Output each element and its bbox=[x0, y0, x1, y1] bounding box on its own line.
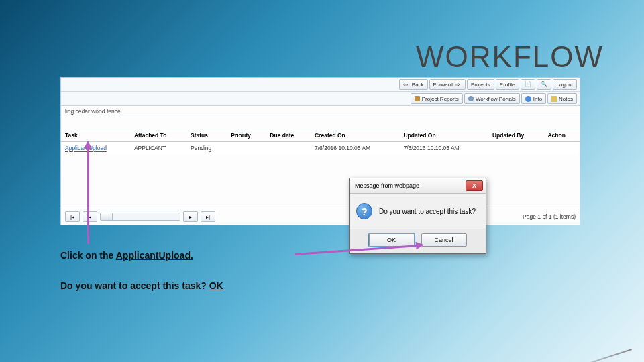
instruction-1: Click on the ApplicantUpload. bbox=[60, 250, 193, 261]
table-header-row: Task Attached To Status Priority Due dat… bbox=[61, 129, 580, 142]
col-attached-to[interactable]: Attached To bbox=[130, 129, 186, 142]
toolbar-row-2: Project Reports Workflow Portals Info No… bbox=[61, 92, 580, 106]
instruction-1a: Click on the bbox=[60, 250, 116, 261]
spacer bbox=[61, 117, 580, 129]
col-due-date[interactable]: Due date bbox=[266, 129, 311, 142]
profile-label: Profile bbox=[500, 82, 515, 88]
task-link-applicant-upload[interactable]: ApplicantUpload bbox=[65, 145, 107, 152]
context-text: ling cedar wood fence bbox=[61, 106, 580, 117]
logout-label: Logout bbox=[557, 82, 573, 88]
forward-button[interactable]: Forward bbox=[429, 79, 466, 90]
back-label: Back bbox=[412, 82, 424, 88]
info-label: Info bbox=[533, 96, 542, 102]
pager-first-button[interactable]: |◂ bbox=[65, 211, 80, 222]
table-row: ApplicantUpload APPLICANT Pending 7/6/20… bbox=[61, 142, 580, 155]
cell-created-on: 7/6/2016 10:10:05 AM bbox=[311, 142, 399, 155]
project-reports-label: Project Reports bbox=[422, 96, 459, 102]
pager: |◂ ◂ ▸ ▸| Page 1 of 1 (1 items) bbox=[61, 208, 580, 225]
pager-info: Page 1 of 1 (1 items) bbox=[523, 213, 576, 220]
workflow-portals-label: Workflow Portals bbox=[476, 96, 516, 102]
dialog-actions: OK Cancel bbox=[350, 229, 486, 253]
cell-action bbox=[543, 142, 580, 155]
col-updated-on[interactable]: Updated On bbox=[399, 129, 488, 142]
report-icon bbox=[415, 96, 420, 101]
info-button[interactable]: Info bbox=[521, 93, 546, 104]
pager-next-button[interactable]: ▸ bbox=[183, 211, 198, 222]
dialog-ok-button[interactable]: OK bbox=[369, 233, 415, 247]
dialog-cancel-button[interactable]: Cancel bbox=[421, 233, 467, 247]
task-table: Task Attached To Status Priority Due dat… bbox=[61, 129, 580, 154]
logout-button[interactable]: Logout bbox=[553, 79, 577, 90]
col-priority[interactable]: Priority bbox=[227, 129, 266, 142]
cell-updated-on: 7/6/2016 10:10:05 AM bbox=[399, 142, 488, 155]
cell-attached-to: APPLICANT bbox=[130, 142, 186, 155]
projects-label: Projects bbox=[471, 82, 490, 88]
col-task[interactable]: Task bbox=[61, 129, 130, 142]
forward-label: Forward bbox=[433, 82, 453, 88]
cell-due-date bbox=[266, 142, 311, 155]
dialog-title-text: Message from webpage bbox=[355, 182, 419, 189]
dialog-message: Do you want to accept this task? bbox=[379, 208, 476, 215]
instruction-1b: ApplicantUpload. bbox=[116, 250, 193, 261]
dialog-body: ? Do you want to accept this task? bbox=[350, 194, 486, 229]
pager-prev-button[interactable]: ◂ bbox=[83, 211, 97, 222]
dialog-titlebar[interactable]: Message from webpage X bbox=[350, 178, 486, 194]
info-icon bbox=[525, 96, 531, 102]
cell-priority bbox=[227, 142, 266, 155]
icon-button-2[interactable]: 🔍 bbox=[537, 79, 551, 90]
document-icon: 📄 bbox=[525, 81, 531, 88]
instruction-2: Do you want to accept this task? OK bbox=[60, 280, 223, 291]
col-status[interactable]: Status bbox=[186, 129, 227, 142]
cell-status: Pending bbox=[186, 142, 227, 155]
pager-last-button[interactable]: ▸| bbox=[201, 211, 215, 222]
project-reports-button[interactable]: Project Reports bbox=[411, 93, 463, 104]
dialog-close-button[interactable]: X bbox=[466, 180, 483, 191]
projects-button[interactable]: Projects bbox=[467, 79, 494, 90]
slide-title: WORKFLOW bbox=[416, 40, 604, 74]
icon-button-1[interactable]: 📄 bbox=[521, 79, 535, 90]
profile-button[interactable]: Profile bbox=[496, 79, 519, 90]
decorative-corner-line bbox=[551, 310, 632, 350]
pager-scrollbar[interactable] bbox=[100, 213, 180, 221]
instruction-2b: OK bbox=[209, 280, 223, 291]
workflow-icon bbox=[468, 96, 474, 101]
col-created-on[interactable]: Created On bbox=[311, 129, 399, 142]
notes-label: Notes bbox=[559, 96, 573, 102]
col-updated-by[interactable]: Updated By bbox=[488, 129, 543, 142]
question-icon: ? bbox=[356, 203, 372, 219]
search-icon: 🔍 bbox=[541, 81, 547, 88]
pager-handle[interactable] bbox=[101, 213, 113, 220]
instruction-2a: Do you want to accept this task? bbox=[60, 280, 209, 291]
app-window: Back Forward Projects Profile 📄 🔍 Logout… bbox=[60, 77, 580, 225]
cell-updated-by bbox=[488, 142, 543, 155]
col-action[interactable]: Action bbox=[543, 129, 580, 142]
arrow-left-icon bbox=[403, 81, 410, 88]
table-body-empty bbox=[61, 154, 580, 208]
back-button[interactable]: Back bbox=[399, 79, 428, 90]
toolbar-row-1: Back Forward Projects Profile 📄 🔍 Logout bbox=[61, 78, 580, 92]
workflow-portals-button[interactable]: Workflow Portals bbox=[464, 93, 520, 104]
notes-button[interactable]: Notes bbox=[547, 93, 577, 104]
arrow-right-icon bbox=[455, 81, 462, 88]
confirm-dialog: Message from webpage X ? Do you want to … bbox=[349, 178, 486, 254]
note-icon bbox=[551, 96, 557, 102]
